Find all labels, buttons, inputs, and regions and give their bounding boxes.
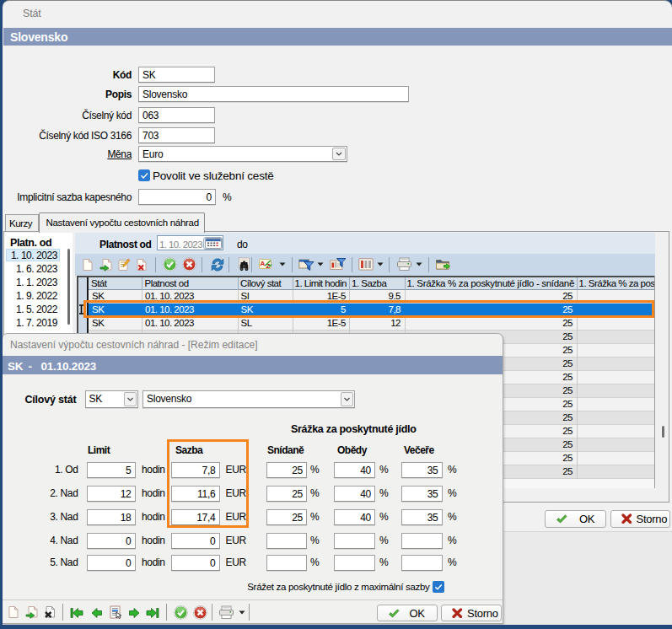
svg-text:A: A bbox=[261, 260, 266, 267]
